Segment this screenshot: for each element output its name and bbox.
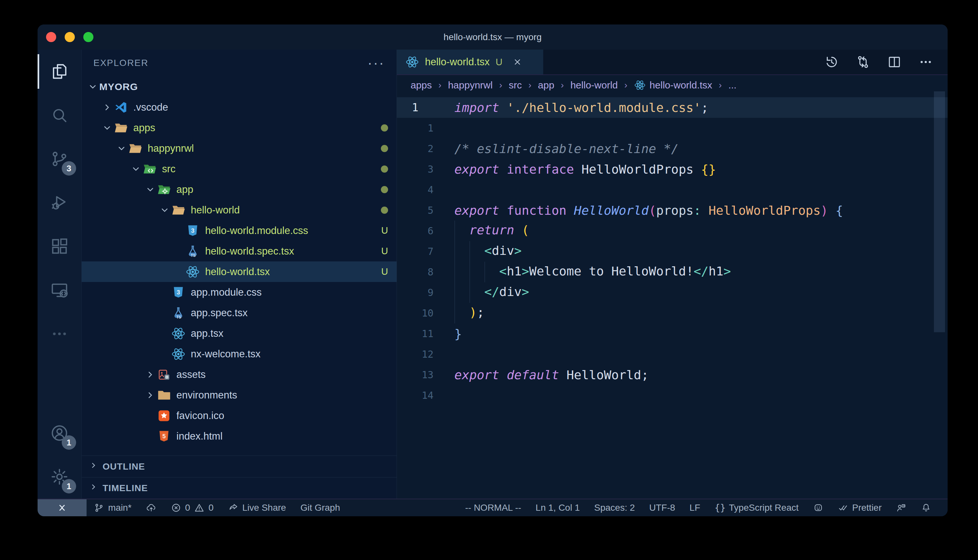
activity-item-search[interactable] [38, 93, 81, 137]
remote-explorer-icon [50, 281, 69, 300]
status-item-git-graph[interactable]: Git Graph [293, 499, 347, 516]
tree-item-label: app [176, 184, 193, 195]
chevron-right-icon [100, 102, 114, 112]
status-item-feedback[interactable] [806, 499, 831, 516]
status-item-label: UTF-8 [649, 503, 675, 513]
tree-item-app-module-css[interactable]: 3app.module.css [82, 282, 396, 303]
status-item-notifications[interactable] [914, 499, 938, 516]
activity-item-explorer[interactable] [38, 50, 81, 93]
outline-section-header[interactable]: OUTLINE [82, 455, 396, 477]
breadcrumb-item--[interactable]: ... [729, 80, 737, 91]
breadcrumb-item-apps[interactable]: apps [411, 80, 432, 91]
status-item-live-share[interactable]: Live Share [221, 499, 293, 516]
tree-item-hello-world-module-css[interactable]: 3hello-world.module.cssU [82, 220, 396, 241]
tree-item-app-tsx[interactable]: app.tsx [82, 323, 396, 343]
window-title: hello-world.tsx — myorg [444, 32, 542, 42]
breadcrumb-separator: › [438, 80, 441, 90]
status-item-live-share-contacts[interactable] [889, 499, 914, 516]
tree-item-nx-welcome-tsx[interactable]: nx-welcome.tsx [82, 343, 396, 364]
window-controls [46, 25, 94, 50]
tree-item-assets[interactable]: assets [82, 364, 396, 385]
breadcrumb-item-hello-world[interactable]: hello-world [570, 80, 618, 91]
activity-badge: 1 [62, 435, 76, 450]
activity-bar: 3 11 [38, 50, 82, 498]
breadcrumb-separator: › [528, 80, 531, 90]
css3-icon: 3 [186, 223, 200, 238]
status-item-label: Ln 1, Col 1 [536, 503, 580, 513]
open-changes-button[interactable] [856, 55, 871, 70]
activity-item-remote-explorer[interactable] [38, 268, 81, 312]
branch-icon [94, 503, 104, 513]
tree-item-label: app.spec.tsx [191, 307, 247, 319]
tree-item-favicon-ico[interactable]: favicon.ico [82, 405, 396, 426]
status-item-indentation[interactable]: Spaces: 2 [587, 499, 642, 516]
tree-item-label: environments [176, 389, 237, 401]
tree-item-apps[interactable]: apps [82, 117, 396, 138]
tree-item-environments[interactable]: environments [82, 385, 396, 405]
tree-item-app[interactable]: app [82, 179, 396, 200]
tree-item-myorg[interactable]: MYORG [82, 77, 396, 97]
line-number: 1 [397, 122, 446, 134]
tree-item-happynrwl[interactable]: happynrwl [82, 138, 396, 158]
tree-item--vscode[interactable]: .vscode [82, 97, 396, 117]
tree-item-src[interactable]: src [82, 158, 396, 179]
breadcrumb-separator: › [499, 80, 502, 90]
tree-item-hello-world-tsx[interactable]: hello-world.tsxU [82, 262, 396, 282]
code-line: 3export interface HelloWorldProps {} [397, 159, 948, 180]
tree-item-hello-world[interactable]: hello-world [82, 200, 396, 220]
breadcrumb-label: hello-world.tsx [650, 80, 712, 91]
chevron-right-icon [89, 482, 98, 494]
activity-item-settings[interactable]: 1 [38, 455, 81, 498]
status-item-prettier[interactable]: Prettier [831, 499, 889, 516]
breadcrumb-label: ... [729, 80, 737, 91]
close-window-button[interactable] [46, 32, 56, 42]
editor-scrollbar[interactable] [934, 92, 945, 332]
code-line: 5export function HelloWorld(props: Hello… [397, 200, 948, 221]
status-item-branch[interactable]: main* [87, 499, 139, 516]
git-modified-dot-badge [381, 207, 388, 214]
activity-item-run-debug[interactable] [38, 181, 81, 225]
status-item-cursor-position[interactable]: Ln 1, Col 1 [528, 499, 587, 516]
code-editor[interactable]: 1import './hello-world.module.css';12/* … [397, 95, 948, 498]
activity-item-source-control[interactable]: 3 [38, 137, 81, 181]
folder-open-icon [128, 141, 142, 156]
status-item-eol[interactable]: LF [682, 499, 707, 516]
breadcrumb: apps›happynrwl›src›app›hello-world›hello… [397, 75, 948, 95]
react-icon [171, 326, 186, 341]
status-item-encoding[interactable]: UTF-8 [642, 499, 682, 516]
tree-item-label: index.html [176, 430, 222, 442]
activity-item-more-views[interactable] [38, 312, 81, 356]
breadcrumb-item-app[interactable]: app [538, 80, 554, 91]
test-icon: TS [186, 244, 200, 258]
activity-item-extensions[interactable] [38, 225, 81, 268]
explorer-sidebar: EXPLORER ··· MYORG.vscodeappshappynrwlsr… [82, 50, 397, 498]
explorer-more-actions-button[interactable]: ··· [368, 60, 385, 66]
status-item-label: TypeScript React [729, 503, 799, 513]
chevron-right-icon [144, 390, 157, 400]
more-actions-button[interactable] [918, 55, 933, 70]
close-tab-icon[interactable] [511, 55, 524, 68]
tree-item-index-html[interactable]: 5index.html [82, 426, 396, 447]
breadcrumb-item-src[interactable]: src [508, 80, 522, 91]
breadcrumb-item-hello-world-tsx[interactable]: hello-world.tsx [634, 79, 712, 91]
status-item-problems[interactable]: 00 [164, 499, 221, 516]
tab-hello-world-tsx[interactable]: hello-world.tsx U [397, 50, 543, 74]
open-timeline-button[interactable] [824, 55, 839, 70]
tree-item-app-spec-tsx[interactable]: TSapp.spec.tsx [82, 303, 396, 323]
timeline-label: TIMELINE [102, 483, 148, 493]
tree-item-hello-world-spec-tsx[interactable]: TShello-world.spec.tsxU [82, 241, 396, 262]
breadcrumb-item-happynrwl[interactable]: happynrwl [448, 80, 493, 91]
activity-item-accounts[interactable]: 1 [38, 411, 81, 455]
split-editor-button[interactable] [887, 55, 902, 70]
zoom-window-button[interactable] [83, 32, 94, 42]
status-item-language-mode[interactable]: {}TypeScript React [707, 499, 806, 516]
debug-icon [50, 193, 69, 212]
status-item-vim-mode[interactable]: -- NORMAL -- [458, 499, 528, 516]
minimize-window-button[interactable] [65, 32, 75, 42]
code-line: 2/* eslint-disable-next-line */ [397, 138, 948, 159]
line-number: 11 [397, 328, 446, 339]
git-untracked-badge: U [381, 266, 388, 277]
status-item-sync[interactable] [139, 499, 164, 516]
remote-indicator[interactable] [38, 499, 87, 516]
timeline-section-header[interactable]: TIMELINE [82, 477, 396, 498]
